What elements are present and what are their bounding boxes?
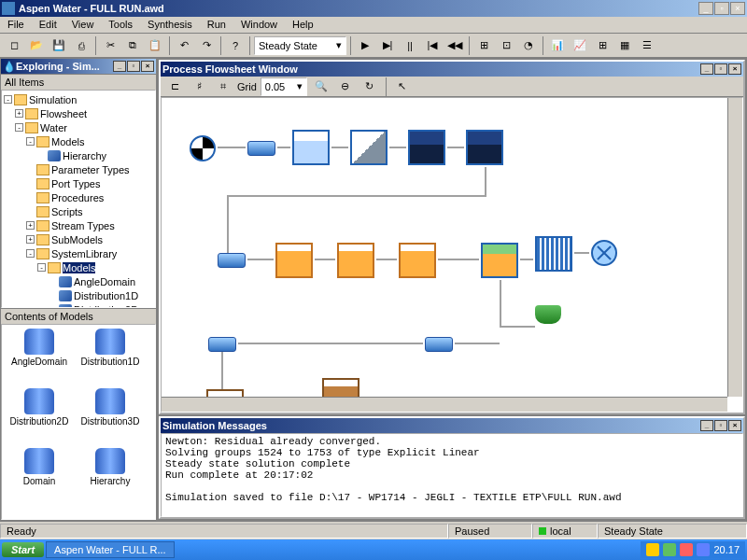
tree-item[interactable]: -Simulation [4,92,153,106]
pause-button[interactable]: || [400,35,420,56]
tree-item[interactable]: AngleDomain [4,274,153,288]
tree-item[interactable]: -Models [4,260,153,274]
pointer-tool[interactable]: ↖ [392,77,413,97]
pump-3[interactable] [208,337,236,352]
content-item[interactable]: Distribution3D [77,388,144,444]
equalization-tank[interactable] [292,130,330,165]
tree-item[interactable]: -Models [4,134,153,148]
play-button[interactable]: ▶ [355,35,375,56]
primary-clarifier[interactable] [408,130,445,165]
grid-button[interactable]: ▦ [614,35,635,56]
tool1-button[interactable]: ⊞ [473,35,494,56]
tool2-button[interactable]: ⊡ [496,35,516,56]
minimize-button[interactable]: _ [698,2,713,15]
chart-button[interactable]: 📊 [547,35,568,56]
content-item[interactable]: Domain [6,448,73,504]
secondary-clarifier[interactable] [481,243,518,278]
close-button[interactable]: × [730,2,745,15]
feed-source[interactable] [190,135,216,161]
open-button[interactable]: 📂 [26,35,47,56]
undo-button[interactable]: ↶ [174,35,194,56]
snap-tool[interactable]: ⌗ [213,77,233,97]
menu-tools[interactable]: Tools [101,17,140,33]
rotate-tool[interactable]: ↻ [359,77,380,97]
menu-file[interactable]: File [0,17,32,33]
save-button[interactable]: 💾 [49,35,69,56]
grid-tool[interactable]: ♯ [189,77,209,97]
tree-item[interactable]: -Water [4,120,153,134]
explorer-close[interactable]: × [141,61,154,72]
tree-item[interactable]: +Flowsheet [4,106,153,120]
rewind-button[interactable]: |◀ [422,35,443,56]
taskbar-app[interactable]: Aspen Water - FULL R... [46,541,175,558]
tree-item[interactable]: Hierarchy [4,148,153,162]
pump-2[interactable] [218,253,246,268]
flowsheet-minimize[interactable]: _ [700,63,713,75]
copy-button[interactable]: ⧉ [122,35,143,56]
flowsheet-maximize[interactable]: ▫ [714,63,727,75]
messages-minimize[interactable]: _ [700,420,713,431]
filter[interactable] [535,236,572,272]
paste-button[interactable]: 📋 [145,35,165,56]
tree-item[interactable]: Procedures [4,190,153,204]
messages-close[interactable]: × [728,420,741,431]
step-button[interactable]: ▶| [377,35,398,56]
help-button[interactable]: ? [225,35,246,56]
tree-item[interactable]: Scripts [4,204,153,218]
menu-edit[interactable]: Edit [32,17,64,33]
menu-window[interactable]: Window [233,17,285,33]
menu-help[interactable]: Help [285,17,321,33]
print-button[interactable]: ⎙ [71,35,92,56]
tree-item[interactable]: Distribution1D [4,288,153,302]
cut-button[interactable]: ✂ [100,35,120,56]
aeration-tank-1[interactable] [275,243,313,278]
tool3-button[interactable]: ◔ [518,35,539,56]
content-item[interactable]: Hierarchy [77,448,144,504]
tray-icon-3[interactable] [680,543,693,556]
zoom-out-tool[interactable]: ⊖ [335,77,356,97]
explorer-tree[interactable]: -Simulation+Flowsheet-Water-ModelsHierar… [1,90,156,308]
tree-item[interactable]: +SubModels [4,232,153,246]
layout-tool[interactable]: ⊏ [164,77,185,97]
tree-item[interactable]: +Stream Types [4,218,153,232]
content-item[interactable]: Distribution2D [6,388,73,444]
menu-view[interactable]: View [64,17,102,33]
grid-size-combo[interactable]: 0.05▾ [261,77,307,96]
flowsheet-close[interactable]: × [728,63,741,75]
new-button[interactable]: ◻ [4,35,24,56]
menu-run[interactable]: Run [200,17,233,33]
effluent-sink[interactable] [591,240,617,266]
green-separator[interactable] [535,305,561,324]
flowsheet-canvas[interactable] [161,97,743,413]
pump-splitter[interactable] [425,337,453,352]
tree-item[interactable]: Port Types [4,176,153,190]
explorer-minimize[interactable]: _ [113,61,126,72]
screen-unit[interactable] [350,130,388,165]
reactor-1[interactable] [466,130,503,165]
tray-icon-4[interactable] [697,543,710,556]
plot-button[interactable]: 📈 [570,35,590,56]
tree-item[interactable]: Parameter Types [4,162,153,176]
canvas-scrollbar-v[interactable] [727,98,742,397]
fast-rewind-button[interactable]: ◀◀ [444,35,465,56]
start-button[interactable]: Start [2,542,44,557]
explorer-maximize[interactable]: ▫ [127,61,140,72]
menu-synthesis[interactable]: Synthesis [140,17,200,33]
table-button[interactable]: ⊞ [592,35,613,56]
tray-icon-2[interactable] [663,543,676,556]
aeration-tank-3[interactable] [399,243,436,278]
runmode-combo[interactable]: Steady State▾ [254,36,346,55]
aeration-tank-2[interactable] [337,243,374,278]
contents-grid[interactable]: AngleDomainDistribution1DDistribution2DD… [1,324,156,520]
content-item[interactable]: AngleDomain [6,329,73,385]
canvas-scrollbar-h[interactable] [162,397,727,412]
redo-button[interactable]: ↷ [196,35,217,56]
tree-item[interactable]: -SystemLibrary [4,246,153,260]
list-button[interactable]: ☰ [637,35,657,56]
content-item[interactable]: Distribution1D [77,329,144,385]
zoom-in-tool[interactable]: 🔍 [311,77,331,97]
messages-maximize[interactable]: ▫ [714,420,727,431]
maximize-button[interactable]: ▫ [714,2,729,15]
pump-1[interactable] [247,141,275,156]
tray-icon-1[interactable] [646,543,659,556]
